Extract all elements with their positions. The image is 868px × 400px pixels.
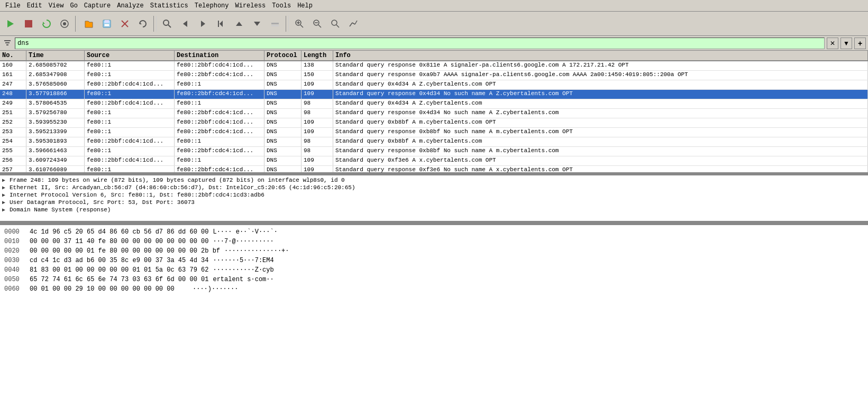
cell-length: 98 [301,99,333,108]
first-packet-button[interactable] [213,15,230,32]
hex-bytes: 00 01 00 00 29 10 00 00 00 00 00 00 00 [30,284,188,294]
cell-info: Standard query 0xb8bf A m.cybertalents.c… [333,118,868,127]
cell-info: Standard query response 0xa9b7 AAAA sign… [333,71,868,80]
hex-row: 00004c 1d 96 c5 20 65 d4 86 60 cb 56 d7 … [4,227,864,237]
col-header-info[interactable]: Info [333,51,868,60]
packet-row[interactable]: 247 3.576585060 fe80::2bbf:cdc4:1cd... f… [0,80,868,90]
filter-clear-button[interactable]: ✕ [827,38,838,49]
packet-rows-container[interactable]: 160 2.685085702 fe80::1 fe80::2bbf:cdc4:… [0,61,868,172]
cell-source: fe80::2bbf:cdc4:1cd... [85,99,175,108]
menu-telephony[interactable]: Telephony [191,1,232,11]
filter-add-button[interactable]: + [854,38,866,49]
filter-dropdown-button[interactable]: ▼ [840,38,852,49]
svg-marker-2 [43,22,45,24]
cell-destination: fe80::2bbf:cdc4:1cd... [175,128,264,137]
expand-arrow-icon: ▶ [2,207,10,213]
packet-row[interactable]: 257 3.610766089 fe80::1 fe80::2bbf:cdc4:… [0,166,868,172]
main-area: No. Time Source Destination Protocol Len… [0,51,868,400]
svg-line-32 [355,21,357,24]
svg-rect-1 [25,20,32,27]
menu-capture[interactable]: Capture [81,1,114,11]
menu-go[interactable]: Go [67,1,80,11]
menu-help[interactable]: Help [294,1,316,11]
stop-capture-button[interactable] [20,15,37,32]
svg-point-28 [332,20,337,25]
col-header-length[interactable]: Length [301,51,333,60]
go-up-button[interactable] [231,15,248,32]
cell-source: fe80::1 [85,166,175,172]
cell-time: 3.593955230 [26,118,85,127]
start-capture-button[interactable] [2,15,19,32]
detail-row[interactable]: ▶User Datagram Protocol, Src Port: 53, D… [1,199,867,206]
cell-source: fe80::2bbf:cdc4:1cd... [85,156,175,165]
cell-destination: fe80::1 [175,137,264,146]
cell-source: fe80::1 [85,90,175,99]
packet-row[interactable]: 160 2.685085702 fe80::1 fe80::2bbf:cdc4:… [0,61,868,71]
graph-button[interactable] [345,15,362,32]
cell-source: fe80::1 [85,128,175,137]
cell-info: Standard query 0xb8bf A m.cybertalents.c… [333,137,868,146]
cell-no: 252 [0,118,26,127]
cell-length: 109 [301,156,333,165]
packet-row[interactable]: 252 3.593955230 fe80::1 fe80::2bbf:cdc4:… [0,118,868,128]
close-file-button[interactable] [116,15,133,32]
cell-length: 150 [301,71,333,80]
detail-row[interactable]: ▶Domain Name System (response) [1,206,867,213]
detail-row[interactable]: ▶Ethernet II, Src: Arcadyan_cb:56:d7 (d4… [1,184,867,191]
hex-ascii: ertalent s·com·· [213,275,273,284]
colorize-button[interactable] [267,15,284,32]
hex-offset: 0050 [4,275,25,284]
cell-info: Standard query response 0x4d34 No such n… [333,109,868,118]
packet-row[interactable]: 161 2.685347908 fe80::1 fe80::2bbf:cdc4:… [0,71,868,80]
cell-time: 3.610766089 [26,166,85,172]
hex-bytes: 81 83 00 01 00 00 00 00 00 01 01 5a 0c 6… [30,265,208,275]
packet-row[interactable]: 256 3.609724349 fe80::2bbf:cdc4:1cd... f… [0,156,868,166]
detail-row[interactable]: ▶Internet Protocol Version 6, Src: fe80:… [1,191,867,199]
packet-row[interactable]: 255 3.596661463 fe80::1 fe80::2bbf:cdc4:… [0,147,868,156]
open-file-button[interactable] [80,15,97,32]
svg-marker-0 [7,20,14,27]
zoom-normal-button[interactable] [327,15,344,32]
zoom-in-button[interactable] [291,15,308,32]
cell-time: 3.609724349 [26,156,85,165]
hex-offset: 0010 [4,237,25,246]
packet-row[interactable]: 248 3.577918866 fe80::1 fe80::2bbf:cdc4:… [0,90,868,99]
cell-time: 2.685085702 [26,61,85,70]
prev-packet-button[interactable] [177,15,194,32]
col-header-protocol[interactable]: Protocol [264,51,301,60]
next-packet-button[interactable] [195,15,212,32]
packet-row[interactable]: 253 3.595213399 fe80::1 fe80::2bbf:cdc4:… [0,128,868,137]
packet-row[interactable]: 249 3.578064535 fe80::2bbf:cdc4:1cd... f… [0,99,868,109]
svg-rect-7 [104,24,109,26]
menu-statistics[interactable]: Statistics [147,1,191,11]
col-header-time[interactable]: Time [26,51,85,60]
menu-file[interactable]: File [2,1,24,11]
menu-view[interactable]: View [45,1,67,11]
go-down-button[interactable] [249,15,266,32]
packet-row[interactable]: 254 3.595301893 fe80::2bbf:cdc4:1cd... f… [0,137,868,147]
hex-ascii: L···· e··`·V···`· [213,227,277,237]
expand-arrow-icon: ▶ [2,184,10,191]
col-header-no[interactable]: No. [0,51,26,60]
hex-offset: 0020 [4,246,25,256]
menu-edit[interactable]: Edit [24,1,45,11]
options-button[interactable] [56,15,73,32]
col-header-destination[interactable]: Destination [175,51,264,60]
cell-no: 160 [0,61,26,70]
cell-no: 251 [0,109,26,118]
col-header-source[interactable]: Source [85,51,175,60]
menu-analyze[interactable]: Analyze [114,1,147,11]
svg-marker-15 [220,21,223,27]
menu-tools[interactable]: Tools [269,1,294,11]
zoom-out-button[interactable] [309,15,326,32]
toolbar-separator-3 [286,16,289,32]
packet-row[interactable]: 251 3.579256780 fe80::1 fe80::2bbf:cdc4:… [0,109,868,118]
detail-row[interactable]: ▶Frame 248: 109 bytes on wire (872 bits)… [1,176,867,184]
save-file-button[interactable] [98,15,115,32]
filter-input[interactable]: dns [15,38,825,49]
restart-capture-button[interactable] [38,15,55,32]
reload-button[interactable] [134,15,151,32]
cell-protocol: DNS [264,156,301,165]
find-packet-button[interactable] [159,15,176,32]
menu-wireless[interactable]: Wireless [232,1,269,11]
